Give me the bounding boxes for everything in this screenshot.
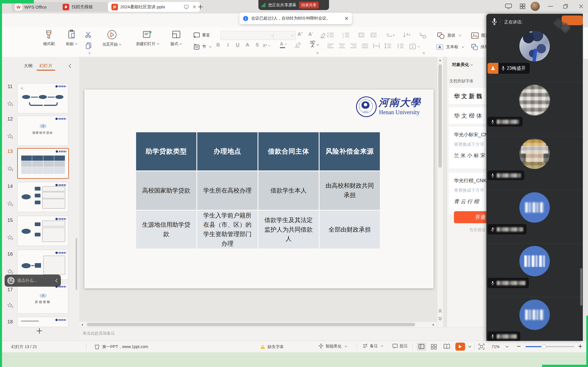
new-slide-button[interactable]: 新建幻灯片 (136, 30, 159, 46)
line-spacing-icon[interactable] (384, 43, 392, 49)
star-rating-icon[interactable] (7, 269, 14, 275)
table-header-cell[interactable]: 办理地点 (197, 132, 258, 170)
close-window-icon[interactable] (578, 3, 584, 9)
table-cell[interactable]: 高校国家助学贷款 (136, 171, 196, 210)
restore-window-icon[interactable] (563, 3, 568, 9)
slide-thumbnail-13-selected[interactable] (17, 148, 69, 179)
participant-tile[interactable] (486, 243, 583, 297)
paragraph-layout-icon[interactable] (418, 32, 427, 39)
play-from-current-button[interactable]: 当页开始 (102, 30, 121, 47)
close-notice-icon[interactable] (345, 16, 349, 20)
participant-tile[interactable] (486, 136, 583, 190)
reset-button[interactable]: 重置 (193, 32, 210, 39)
italic-button[interactable]: I (224, 42, 232, 48)
align-left-icon[interactable] (327, 43, 334, 49)
table-cell[interactable]: 学生所在高校办理 (197, 171, 258, 210)
slide-layout-button[interactable]: 版式 (171, 30, 182, 46)
paragraph-spacing-icon[interactable] (397, 43, 404, 49)
horizontal-scrollbar[interactable] (79, 322, 437, 327)
text-direction-icon[interactable]: A (402, 32, 411, 38)
new-tab-icon[interactable] (198, 4, 203, 10)
zoom-out-icon[interactable] (517, 346, 521, 347)
collapse-panel-icon[interactable] (68, 64, 72, 68)
bullet-list-icon[interactable] (327, 32, 335, 38)
font-dialog-launcher-icon[interactable] (316, 51, 319, 54)
sidebar-scrollbar-thumb[interactable] (76, 238, 77, 290)
table-header-cell[interactable]: 借款合同主体 (258, 132, 319, 170)
clear-format-icon[interactable] (319, 32, 326, 39)
minimize-window-icon[interactable] (547, 6, 554, 7)
slide-thumbnail-12[interactable]: 3 国家助学贷款 (17, 116, 68, 146)
align-right-icon[interactable] (350, 43, 357, 49)
tab-wps-home[interactable]: W WPS Office (11, 2, 64, 12)
horizontal-scrollbar-thumb[interactable] (87, 323, 415, 326)
loan-comparison-table[interactable]: 助学贷款类型 办理地点 借款合同主体 风险补偿金来源 高校国家助学贷款 学生所在… (136, 132, 380, 248)
table-header-cell[interactable]: 风险补偿金来源 (320, 132, 380, 170)
font-color-button[interactable]: A (280, 42, 287, 48)
slide-thumbnail-17[interactable]: 4 其他资助 (17, 283, 68, 314)
char-border-button[interactable]: A (243, 42, 252, 48)
highlight-color-button[interactable] (295, 42, 302, 48)
panel-title-dropdown[interactable]: 对象美化 (452, 62, 473, 67)
slide-thumbnail-11[interactable]: 注: (17, 83, 68, 113)
stop-share-button[interactable]: 结束共享 (299, 2, 319, 9)
superscript-button[interactable]: X² (263, 43, 271, 48)
table-cell[interactable]: 生源地信用助学贷款 (136, 211, 196, 248)
decrease-indent-icon[interactable] (358, 32, 365, 38)
vertical-align-button[interactable] (409, 43, 420, 50)
chat-input-placeholder[interactable]: 说点什么... (17, 278, 50, 283)
slide-thumbnail-15[interactable] (17, 216, 68, 246)
user-avatar[interactable] (531, 2, 540, 11)
chat-quick-bubble[interactable]: 说点什么... (5, 275, 61, 287)
font-family-select[interactable] (220, 31, 276, 40)
slide-thumbnail-18[interactable] (17, 317, 68, 327)
smart-beautify-button[interactable]: 智能美化 (318, 343, 347, 349)
play-slideshow-button[interactable] (455, 343, 465, 351)
tab-document-active[interactable]: P 2024暑期社区宣讲.pptx (108, 2, 200, 12)
shapes-button[interactable]: 形状 (437, 32, 461, 39)
textbox-button[interactable]: A 文本框 (436, 43, 464, 51)
collapse-chat-icon[interactable] (55, 279, 58, 283)
star-rating-icon[interactable] (7, 166, 14, 172)
play-options-icon[interactable] (468, 345, 471, 348)
missing-fonts-status[interactable]: 缺失字体 (268, 344, 284, 349)
template-source[interactable]: 第一PPT，www.1ppt.com (102, 344, 148, 349)
participant-tile[interactable] (486, 82, 583, 136)
zoom-level[interactable]: 71% (492, 344, 500, 349)
comments-button[interactable]: 批注 (392, 343, 408, 349)
table-header-cell[interactable]: 助学贷款类型 (136, 132, 196, 170)
slide-thumbnail-14[interactable] (17, 182, 68, 212)
paste-button[interactable]: 粘贴 (66, 30, 78, 46)
font-size-select[interactable] (273, 31, 296, 40)
star-rating-icon[interactable] (7, 302, 14, 309)
next-slide-icon[interactable] (438, 317, 442, 321)
tab-outline[interactable]: 大纲 (24, 63, 32, 69)
normal-view-button[interactable] (417, 343, 426, 351)
decrease-font-button[interactable]: A− (307, 31, 315, 37)
speaking-mic-icon[interactable] (492, 18, 497, 25)
slide-13[interactable]: 1912 河南大學 Henan University 助学贷款类型 办理地点 借… (84, 90, 434, 288)
char-spacing-icon[interactable] (386, 32, 395, 38)
tab-docer-templates[interactable]: 找稻壳模板 (59, 2, 114, 12)
cut-icon[interactable] (85, 31, 92, 38)
vertical-scrollbar[interactable] (437, 57, 443, 327)
section-button[interactable]: 节 (193, 43, 212, 50)
tab-slides[interactable]: 幻灯片 (40, 63, 53, 69)
star-rating-icon[interactable] (7, 201, 14, 207)
table-cell[interactable]: 借款学生及其法定监护人为共同借款人 (258, 211, 319, 248)
star-rating-icon[interactable] (7, 101, 14, 107)
add-slide-icon[interactable] (36, 328, 42, 334)
paragraph-dialog-launcher-icon[interactable] (422, 51, 425, 54)
table-cell[interactable]: 全部由财政承担 (320, 211, 380, 248)
fit-slide-icon[interactable] (478, 343, 485, 350)
zoom-options-icon[interactable] (505, 345, 509, 348)
distribute-text-icon[interactable] (373, 43, 380, 49)
increase-font-button[interactable]: A+ (296, 31, 304, 37)
table-cell[interactable]: 学生入学前户籍所在县（市、区）的学生资助管理部门办理 (197, 211, 258, 248)
meeting-scrollbar-thumb[interactable] (580, 268, 582, 306)
table-cell[interactable]: 借款学生本人 (258, 171, 319, 210)
arrange-button[interactable]: 排列 (471, 43, 489, 51)
strikethrough-button[interactable]: S (253, 42, 262, 48)
previous-slide-icon[interactable] (438, 309, 442, 313)
table-cell[interactable]: 由高校和财政共同承担 (320, 171, 380, 210)
